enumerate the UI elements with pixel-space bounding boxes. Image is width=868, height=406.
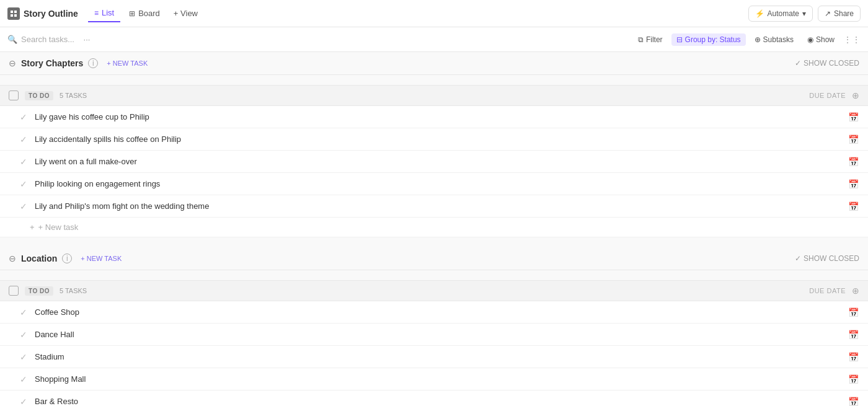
- calendar-icon[interactable]: 📅: [847, 330, 859, 340]
- tab-board-label: Board: [138, 9, 160, 18]
- group-button[interactable]: ⊟ Group by: Status: [671, 33, 746, 46]
- task-label[interactable]: Stadium: [35, 352, 842, 361]
- filter-label: Filter: [646, 35, 663, 44]
- table-row: ✓ Dance Hall 📅: [0, 324, 868, 346]
- table-row: ✓ Stadium 📅: [0, 346, 868, 368]
- info-icon[interactable]: i: [62, 254, 72, 263]
- share-label: Share: [834, 9, 854, 18]
- search-input[interactable]: Search tasks...: [21, 35, 74, 44]
- top-nav: Story Outline ≡ List ⊞ Board + View ⚡ Au…: [0, 0, 868, 27]
- task-check-icon[interactable]: ✓: [20, 307, 30, 317]
- calendar-icon[interactable]: 📅: [847, 374, 859, 384]
- add-column-btn[interactable]: ⊕: [852, 90, 859, 100]
- task-check-icon[interactable]: ✓: [20, 352, 30, 362]
- task-check-icon[interactable]: ✓: [20, 157, 30, 167]
- table-row: ✓ Coffee Shop 📅: [0, 301, 868, 324]
- share-button[interactable]: ↗ Share: [818, 6, 861, 22]
- share-icon: ↗: [825, 9, 831, 18]
- tab-list[interactable]: ≡ List: [88, 4, 120, 22]
- main-content: ⊖ Story Chapters i + NEW TASK ✓ SHOW CLO…: [0, 52, 868, 406]
- new-task-btn-story[interactable]: + NEW TASK: [103, 58, 151, 68]
- section-story-chapters: ⊖ Story Chapters i + NEW TASK ✓ SHOW CLO…: [0, 52, 868, 237]
- project-name: Story Outline: [24, 9, 78, 19]
- search-area[interactable]: 🔍 Search tasks...: [7, 35, 74, 44]
- task-label[interactable]: Coffee Shop: [35, 307, 842, 317]
- checkmark-icon: ✓: [795, 254, 801, 263]
- nav-actions: ⚡ Automate ▾ ↗ Share: [748, 6, 861, 22]
- nav-tabs: ≡ List ⊞ Board + View: [88, 4, 203, 22]
- group-checkbox[interactable]: [9, 90, 19, 100]
- status-badge: TO DO: [25, 91, 53, 100]
- section-toggle-icon[interactable]: ⊖: [9, 254, 16, 263]
- filter-icon: ⧉: [638, 35, 644, 44]
- search-icon: 🔍: [7, 35, 17, 44]
- task-count: 5 TASKS: [60, 287, 87, 294]
- table-row: ✓ Lily and Philip's mom fight on the wed…: [0, 195, 868, 218]
- section-story-chapters-header: ⊖ Story Chapters i + NEW TASK ✓ SHOW CLO…: [0, 52, 868, 75]
- svg-rect-0: [11, 11, 13, 13]
- add-task-row[interactable]: + + New task: [0, 218, 868, 237]
- task-label[interactable]: Dance Hall: [35, 330, 842, 339]
- task-check-icon[interactable]: ✓: [20, 397, 30, 407]
- table-row: ✓ Lily accidentally spills his coffee on…: [0, 128, 868, 151]
- task-label[interactable]: Lily accidentally spills his coffee on P…: [35, 135, 842, 144]
- board-icon: ⊞: [129, 9, 135, 18]
- plus-icon: +: [30, 223, 35, 232]
- automate-label: Automate: [768, 9, 799, 18]
- calendar-icon[interactable]: 📅: [847, 352, 859, 362]
- add-view-label: + View: [174, 9, 198, 18]
- info-icon[interactable]: i: [88, 58, 98, 68]
- task-count: 5 TASKS: [60, 92, 87, 99]
- subtasks-icon: ⊕: [755, 35, 761, 44]
- new-task-btn-location[interactable]: + NEW TASK: [77, 254, 125, 263]
- show-label: Show: [816, 35, 835, 44]
- task-label[interactable]: Lily went on a full make-over: [35, 157, 842, 166]
- task-check-icon[interactable]: ✓: [20, 112, 30, 122]
- calendar-icon[interactable]: 📅: [847, 112, 859, 122]
- task-label[interactable]: Shopping Mall: [35, 374, 842, 384]
- toolbar-more-icon[interactable]: ⋮⋮: [843, 35, 861, 45]
- more-options-btn[interactable]: ···: [79, 32, 94, 47]
- filter-button[interactable]: ⧉ Filter: [633, 33, 668, 46]
- show-button[interactable]: ◉ Show: [802, 33, 839, 46]
- task-label[interactable]: Lily gave his coffee cup to Philip: [35, 112, 842, 121]
- svg-rect-3: [14, 14, 17, 17]
- eye-icon: ◉: [807, 35, 813, 44]
- group-label: Group by: Status: [685, 35, 741, 44]
- task-check-icon[interactable]: ✓: [20, 330, 30, 340]
- group-header-todo-1: TO DO 5 TASKS DUE DATE ⊕: [0, 85, 868, 106]
- group-icon: ⊟: [676, 35, 683, 44]
- toolbar-right: ⧉ Filter ⊟ Group by: Status ⊕ Subtasks ◉…: [633, 33, 861, 46]
- calendar-icon[interactable]: 📅: [847, 397, 859, 407]
- show-closed-btn-story[interactable]: ✓ SHOW CLOSED: [795, 59, 859, 68]
- calendar-icon[interactable]: 📅: [847, 157, 859, 167]
- task-label[interactable]: Lily and Philip's mom fight on the weddi…: [35, 201, 842, 211]
- section-title: Location: [21, 254, 57, 263]
- calendar-icon[interactable]: 📅: [847, 307, 859, 317]
- calendar-icon[interactable]: 📅: [847, 201, 859, 211]
- table-row: ✓ Lily went on a full make-over 📅: [0, 151, 868, 173]
- group-checkbox[interactable]: [9, 286, 19, 296]
- task-check-icon[interactable]: ✓: [20, 179, 30, 189]
- task-check-icon[interactable]: ✓: [20, 201, 30, 211]
- task-check-icon[interactable]: ✓: [20, 374, 30, 384]
- calendar-icon[interactable]: 📅: [847, 135, 859, 144]
- automate-icon: ⚡: [755, 9, 764, 18]
- status-badge: TO DO: [25, 286, 53, 296]
- add-column-btn[interactable]: ⊕: [852, 286, 859, 296]
- automate-button[interactable]: ⚡ Automate ▾: [748, 6, 813, 22]
- new-task-text[interactable]: + New task: [38, 223, 79, 232]
- section-toggle-icon[interactable]: ⊖: [9, 58, 16, 68]
- svg-rect-2: [11, 14, 13, 17]
- subtasks-button[interactable]: ⊕ Subtasks: [750, 33, 799, 46]
- show-closed-btn-location[interactable]: ✓ SHOW CLOSED: [795, 254, 859, 263]
- task-label[interactable]: Bar & Resto: [35, 397, 842, 406]
- svg-rect-1: [14, 11, 17, 13]
- add-view-btn[interactable]: + View: [169, 5, 203, 22]
- calendar-icon[interactable]: 📅: [847, 179, 859, 189]
- task-check-icon[interactable]: ✓: [20, 135, 30, 144]
- task-label[interactable]: Philip looking on engagement rings: [35, 179, 842, 188]
- tab-board[interactable]: ⊞ Board: [123, 5, 166, 22]
- section-location: ⊖ Location i + NEW TASK ✓ SHOW CLOSED TO…: [0, 247, 868, 406]
- project-logo[interactable]: Story Outline: [7, 7, 78, 20]
